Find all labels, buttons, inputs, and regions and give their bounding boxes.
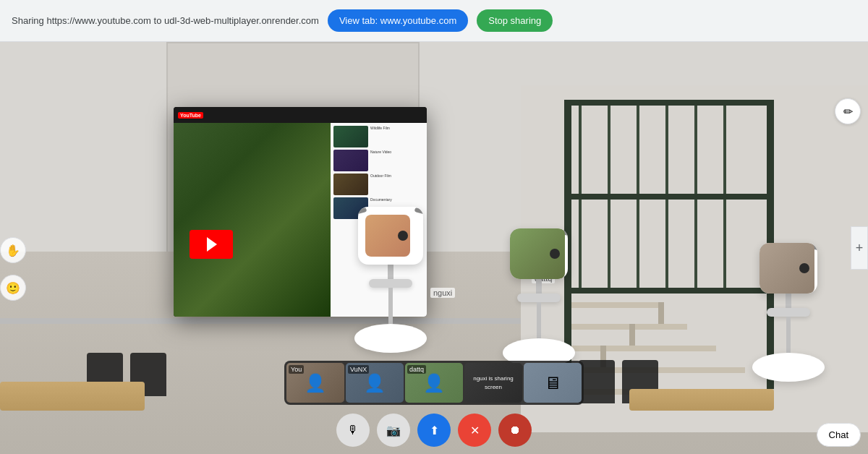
robot-avatar-yunx: [752, 243, 825, 382]
yt-play-overlay: [190, 230, 233, 259]
thumb-text-2: Nature Video: [370, 150, 391, 155]
svg-rect-14: [658, 302, 664, 324]
participant-label-nguxi: nguxi is sharing screen: [464, 374, 522, 390]
thumb-text-4: Documentary: [370, 197, 392, 202]
yt-thumbnail-3: Outdoor Film: [333, 174, 424, 195]
edit-icon: ✏: [843, 105, 853, 119]
chat-button[interactable]: Chat: [817, 423, 861, 447]
robot-pole-you: [388, 288, 393, 324]
screen-preview: 🖥: [524, 363, 582, 403]
yt-thumbnail-2: Nature Video: [333, 150, 424, 171]
robot-face-dattq: [510, 228, 565, 279]
svg-rect-3: [564, 100, 774, 106]
robot-face-yunx: [760, 243, 814, 294]
svg-rect-20: [723, 106, 726, 194]
svg-rect-17: [637, 106, 639, 194]
participant-label-vunx: VuNX: [348, 365, 369, 374]
nguxi-label: nguxi: [430, 288, 455, 298]
yt-main-video: [174, 123, 331, 317]
svg-rect-22: [608, 200, 610, 288]
participant-label-dattq: dattq: [407, 365, 426, 374]
robot-neck-dattq: [536, 279, 542, 294]
svg-rect-16: [608, 106, 610, 194]
thumb-text-3: Outdoor Film: [370, 174, 391, 179]
robot-disk-dattq: [517, 294, 561, 302]
robot-head-yunx: [760, 243, 817, 294]
propeller-left-you: [358, 207, 367, 216]
robot-neck-yunx: [786, 294, 791, 308]
robot-avatar-dattq: [503, 228, 575, 367]
camera-button[interactable]: 📷: [377, 414, 410, 447]
robot-neck-you: [388, 265, 393, 279]
svg-rect-13: [629, 324, 635, 346]
record-button[interactable]: ⏺: [498, 414, 532, 447]
svg-rect-8: [571, 346, 716, 351]
play-triangle-icon: [207, 237, 217, 252]
participant-tile-dattq: 👤 dattq: [405, 363, 463, 403]
thumb-text-1: Wildlife Film: [370, 126, 390, 131]
robot-head-dattq: [510, 228, 568, 279]
robot-disk-yunx: [767, 308, 810, 317]
svg-rect-10: [571, 302, 658, 308]
edit-button[interactable]: ✏: [835, 98, 861, 124]
participant-tile-vunx: 👤 VuNX: [346, 363, 404, 403]
share-screen-button[interactable]: ⬆: [417, 414, 451, 447]
chair-back-4: [579, 360, 615, 403]
thumb-img-1: [333, 126, 368, 147]
3d-scene: YouTube Wildlife Film Nature Video: [0, 42, 868, 454]
svg-rect-23: [637, 200, 639, 288]
participant-tile-screen: 🖥: [524, 363, 582, 403]
robot-disk-you: [369, 279, 412, 288]
yt-thumbnail-1: Wildlife Film: [333, 126, 424, 147]
participant-label-you: You: [289, 365, 304, 374]
sharing-text: Sharing https://www.youtube.com to udl-3…: [12, 15, 319, 26]
robot-avatar-you: [354, 207, 427, 353]
emoji-button[interactable]: 🙂: [0, 275, 26, 301]
end-call-button[interactable]: ✕: [458, 414, 491, 447]
svg-rect-21: [579, 200, 582, 288]
left-sidebar: ✋ 🙂: [0, 84, 26, 454]
robot-pole-yunx: [786, 317, 791, 353]
svg-rect-26: [723, 200, 726, 288]
propeller-right-you: [414, 207, 423, 216]
svg-rect-25: [694, 200, 697, 288]
thumb-img-2: [333, 150, 368, 171]
robot-pole-dattq: [537, 302, 541, 338]
yt-header: YouTube: [174, 107, 427, 123]
robot-base-you: [354, 324, 427, 353]
svg-rect-4: [564, 194, 774, 200]
view-tab-button[interactable]: View tab: www.youtube.com: [328, 9, 468, 32]
svg-rect-18: [665, 106, 668, 194]
desk-right: [629, 389, 774, 411]
svg-rect-15: [579, 106, 582, 194]
hand-raise-button[interactable]: ✋: [0, 237, 26, 263]
robot-face-you: [365, 215, 410, 257]
svg-rect-24: [665, 200, 668, 288]
robot-base-yunx: [752, 353, 825, 382]
control-bar: 🎙 📷 ⬆ ✕ ⏺: [336, 414, 532, 447]
participant-strip: 👤 You 👤 VuNX 👤 dattq nguxi is sharing sc…: [284, 361, 584, 405]
sharing-bar: Sharing https://www.youtube.com to udl-3…: [0, 0, 868, 42]
svg-rect-19: [694, 106, 697, 194]
participant-tile-nguxi: nguxi is sharing screen: [464, 363, 522, 403]
expand-button[interactable]: +: [851, 226, 868, 270]
mic-button[interactable]: 🎙: [336, 414, 370, 447]
youtube-logo: YouTube: [178, 112, 203, 119]
thumb-img-3: [333, 174, 368, 195]
stop-sharing-button[interactable]: Stop sharing: [477, 9, 553, 32]
robot-head-you: [358, 207, 423, 265]
chair-right-2: [579, 360, 615, 403]
svg-rect-5: [564, 288, 774, 294]
participant-tile-you: 👤 You: [286, 363, 344, 403]
